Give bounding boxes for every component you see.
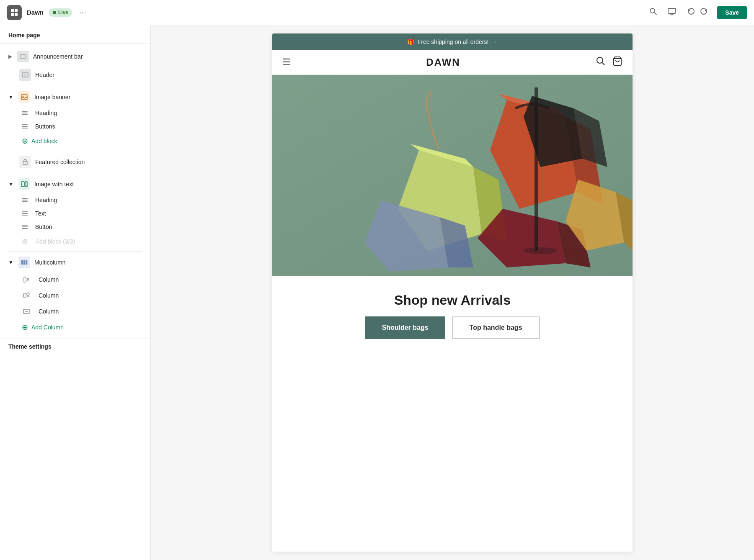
header-label: Header: [35, 72, 142, 78]
sidebar-item-image-banner[interactable]: ▼ Image banner: [0, 88, 150, 106]
undo-button[interactable]: [685, 5, 697, 19]
sidebar-item-buttons[interactable]: Buttons: [0, 120, 150, 133]
shoulder-bags-button[interactable]: Shoulder bags: [365, 316, 445, 339]
add-block-disabled-icon: ⊕: [22, 237, 28, 246]
more-button[interactable]: ···: [79, 8, 86, 17]
iwt-heading-icon: [22, 198, 28, 202]
add-block-icon: ⊕: [22, 136, 28, 146]
image-banner-label: Image banner: [34, 94, 142, 100]
sidebar-item-column-3[interactable]: Column: [0, 303, 150, 319]
chevron-down-icon: ▼: [8, 94, 13, 100]
add-column-icon: ⊕: [22, 323, 28, 332]
svg-rect-24: [23, 294, 26, 297]
buttons-lines-icon: [22, 124, 28, 128]
hero-banner: [272, 75, 633, 276]
divider-3: [8, 173, 142, 173]
announcement-bar-icon: [17, 51, 29, 62]
svg-line-30: [602, 63, 604, 65]
save-button[interactable]: Save: [717, 6, 747, 19]
live-badge: Live: [49, 8, 72, 17]
desktop-preview-button[interactable]: [666, 5, 678, 20]
image-banner-icon: [18, 91, 30, 103]
theme-settings-label: Theme settings: [8, 343, 52, 350]
column-3-label: Column: [39, 308, 142, 315]
svg-rect-9: [20, 55, 26, 58]
divider-2: [8, 151, 142, 151]
svg-point-4: [650, 8, 655, 13]
sidebar-item-image-with-text[interactable]: ▼ Image with text: [0, 175, 150, 193]
live-dot: [53, 11, 56, 14]
heading-label: Heading: [35, 110, 142, 116]
add-block-disabled: ⊕ Add block (3/3): [0, 234, 150, 249]
store-name-label: Dawn: [27, 9, 44, 16]
cart-icon[interactable]: [612, 56, 622, 69]
column-3-icon: [22, 307, 31, 316]
announcement-bar-preview: 🎁 Free shipping on all orders! →: [272, 33, 633, 50]
column-1-icon: [22, 275, 31, 284]
store-header-icons: [596, 56, 622, 69]
undo-redo-group: [685, 5, 710, 19]
column-1-label: Column: [39, 276, 142, 283]
sidebar-item-column-2[interactable]: Column: [0, 288, 150, 303]
sidebar-item-iwt-text[interactable]: Text: [0, 207, 150, 220]
svg-point-13: [22, 96, 23, 97]
store-header-preview: ☰ DAWN: [272, 50, 633, 75]
sidebar-item-heading[interactable]: Heading: [0, 106, 150, 120]
preview-frame: 🎁 Free shipping on all orders! → ☰ DAWN: [272, 33, 633, 552]
svg-rect-0: [11, 9, 14, 12]
iwt-button-icon: [22, 225, 28, 229]
chevron-right-icon: ▶: [8, 54, 12, 59]
image-with-text-label: Image with text: [34, 181, 142, 188]
sidebar-item-featured-collection[interactable]: Featured collection: [0, 153, 150, 171]
sidebar-item-announcement-bar[interactable]: ▶ Announcement bar: [0, 47, 150, 66]
topbar-icons: Save: [647, 5, 747, 20]
svg-point-49: [524, 247, 557, 254]
top-handle-bags-button[interactable]: Top handle bags: [452, 316, 540, 339]
chevron-down-icon-3: ▼: [8, 259, 13, 265]
chevron-down-icon-2: ▼: [8, 181, 13, 187]
buttons-label: Buttons: [35, 123, 142, 130]
svg-rect-2: [11, 13, 14, 16]
column-2-icon: [22, 291, 31, 300]
add-block-label: Add block: [31, 138, 57, 144]
hamburger-icon[interactable]: ☰: [282, 57, 291, 68]
iwt-button-label: Button: [35, 223, 142, 230]
announcement-text: Free shipping on all orders!: [418, 39, 489, 45]
sidebar-item-column-1[interactable]: Column: [0, 272, 150, 288]
svg-rect-14: [23, 162, 27, 164]
svg-rect-20: [24, 277, 26, 282]
redo-button[interactable]: [698, 5, 710, 19]
add-column-label: Add Column: [31, 324, 64, 331]
announcement-bar-label: Announcement bar: [33, 53, 142, 60]
featured-collection-label: Featured collection: [35, 159, 142, 165]
multicolumn-label: Multicolumn: [34, 259, 142, 266]
preview-area: 🎁 Free shipping on all orders! → ☰ DAWN: [151, 25, 754, 560]
svg-rect-18: [23, 260, 25, 265]
add-block-button[interactable]: ⊕ Add block: [0, 133, 150, 149]
sidebar-item-multicolumn[interactable]: ▼ Multicolumn: [0, 253, 150, 272]
multicolumn-icon: [18, 257, 30, 268]
image-with-text-icon: [18, 178, 30, 190]
sidebar-item-iwt-button[interactable]: Button: [0, 220, 150, 234]
add-column-button[interactable]: ⊕ Add Column: [0, 319, 150, 335]
sidebar-item-header[interactable]: Header: [0, 66, 150, 84]
sidebar: Home page ▶ Announcement bar Header ▼: [0, 25, 151, 560]
svg-rect-3: [15, 13, 18, 16]
page-title: Home page: [0, 32, 150, 44]
app-logo: [7, 5, 22, 20]
svg-rect-15: [21, 182, 24, 187]
theme-settings[interactable]: Theme settings: [0, 339, 150, 354]
svg-rect-17: [21, 260, 23, 265]
add-block-disabled-label: Add block (3/3): [36, 238, 75, 245]
sidebar-item-iwt-heading[interactable]: Heading: [0, 193, 150, 207]
iwt-heading-label: Heading: [35, 197, 142, 203]
iwt-text-icon: [22, 211, 28, 216]
announcement-emoji: 🎁: [407, 39, 414, 45]
search-icon[interactable]: [596, 56, 606, 69]
svg-rect-1: [15, 9, 18, 12]
svg-point-25: [27, 293, 29, 295]
svg-rect-16: [25, 182, 27, 187]
main-layout: Home page ▶ Announcement bar Header ▼: [0, 25, 754, 560]
svg-rect-19: [26, 260, 27, 265]
search-button[interactable]: [647, 5, 659, 19]
